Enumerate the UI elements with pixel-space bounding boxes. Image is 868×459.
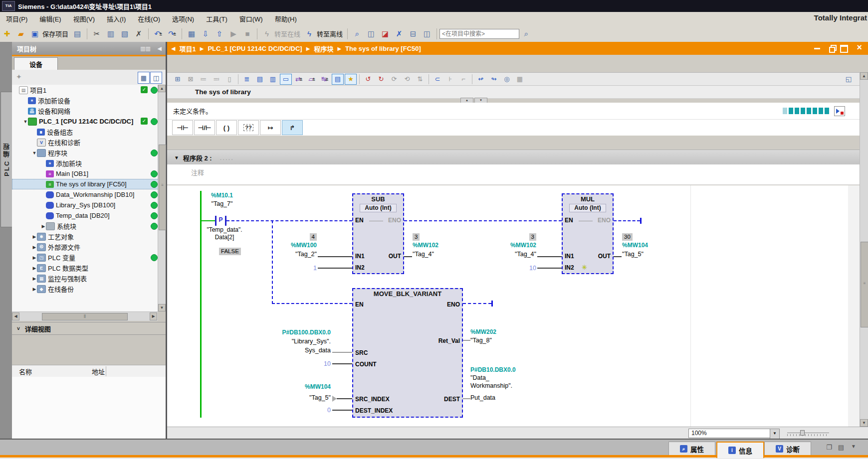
- window-layout-icon[interactable]: ▤: [838, 444, 844, 451]
- tree-item-main-ob1[interactable]: ≡ Main [OB1]: [12, 168, 166, 179]
- tab-info[interactable]: i 信息: [716, 442, 764, 458]
- zoom-dropdown-icon[interactable]: ▼: [770, 429, 780, 439]
- save-project-button[interactable]: 保存项目: [42, 29, 68, 38]
- tab-diagnostics[interactable]: V 诊断: [764, 442, 811, 456]
- menu-project[interactable]: 项目(P): [0, 12, 33, 25]
- undo-icon[interactable]: ↶±: [152, 28, 165, 40]
- sub-out-operand[interactable]: 3 %MW102 "Tag_4": [413, 232, 477, 259]
- menu-online[interactable]: 在线(O): [132, 12, 166, 25]
- tree-item-system-blocks[interactable]: ▶ 系统块: [12, 221, 166, 231]
- insert-no-contact-button[interactable]: ⊣⊢: [172, 120, 193, 135]
- move-dest-tag[interactable]: Put_data: [470, 394, 540, 402]
- compare-icon[interactable]: ⇅: [414, 74, 426, 85]
- download-to-device-icon[interactable]: ⇩: [199, 28, 212, 40]
- network-comment-dots[interactable]: .....: [220, 154, 234, 161]
- tree-item-plc-data-types[interactable]: ▶E PLC 数据类型: [12, 263, 166, 273]
- restore-icon[interactable]: [829, 45, 835, 51]
- open-project-icon[interactable]: ▰: [14, 28, 27, 40]
- expander-icon[interactable]: ▶: [41, 224, 46, 229]
- network-comment-row[interactable]: 注释: [167, 164, 868, 185]
- tree-item-project[interactable]: ▤ 项目1 ✓: [12, 85, 166, 95]
- absolute-operands-icon[interactable]: ⇄±: [293, 74, 305, 85]
- menu-view[interactable]: 视图(V): [67, 12, 101, 25]
- float-window-icon[interactable]: ❐: [826, 444, 832, 451]
- tab-devices[interactable]: 设备: [14, 57, 58, 70]
- print-icon[interactable]: ▤: [71, 28, 84, 40]
- contact-tag[interactable]: "Tag_7": [202, 200, 242, 208]
- scroll-right-icon[interactable]: ▶: [150, 312, 157, 320]
- close-icon[interactable]: ×: [857, 42, 862, 53]
- save-project-icon[interactable]: ▣: [28, 28, 41, 40]
- operand-info-icon[interactable]: ▱±: [306, 74, 318, 85]
- expander-icon[interactable]: ▶: [32, 255, 37, 260]
- expand-networks-icon[interactable]: ▤: [254, 74, 266, 85]
- collapse-panel-icon[interactable]: ◀: [158, 45, 162, 52]
- sub-block-mode[interactable]: Auto (Int): [360, 204, 397, 212]
- expander-icon[interactable]: ▶: [32, 245, 37, 250]
- tree-item-external-sources[interactable]: ▶⧀ 外部源文件: [12, 242, 166, 252]
- tree-horizontal-scrollbar[interactable]: ◀ ⦀ ▶: [12, 311, 158, 321]
- redo-icon[interactable]: ↷±: [166, 28, 179, 40]
- insert-empty-box-button[interactable]: ??: [238, 120, 259, 135]
- go-online-icon[interactable]: ϟ: [260, 28, 273, 40]
- mul-block[interactable]: MUL Auto (Int) EN ENO IN1 IN2 ✳ OUT: [562, 193, 614, 274]
- split-editor-horizontal-icon[interactable]: ⊟: [407, 28, 420, 40]
- tree-item-db10[interactable]: Data_Workmanship [DB10]: [12, 189, 166, 200]
- contact-operand[interactable]: "Temp_data".Data[2]: [195, 226, 254, 241]
- new-project-icon[interactable]: ✚: [0, 28, 13, 40]
- toggle-comments-icon[interactable]: ▭: [280, 74, 292, 85]
- move-dest-operand[interactable]: P#DB10.DBX0.0 "Data_ Workmanship".: [470, 366, 550, 390]
- collapse-networks-icon[interactable]: ▥: [267, 74, 279, 85]
- move-ret-val-address[interactable]: %MW202: [470, 328, 540, 336]
- snapshot-icon[interactable]: ▦: [514, 74, 526, 85]
- copy-icon[interactable]: ▥: [104, 28, 117, 40]
- overview-button[interactable]: ◫: [150, 72, 162, 84]
- sub-in2-constant[interactable]: 1: [287, 264, 317, 273]
- paste-icon[interactable]: ▧: [118, 28, 131, 40]
- menu-help[interactable]: 帮助(H): [269, 12, 303, 25]
- consistency-check-icon[interactable]: ⟲: [401, 74, 413, 85]
- next-error-icon[interactable]: ↻: [375, 74, 387, 85]
- scroll-down-icon[interactable]: ▼: [860, 419, 868, 427]
- zoom-slider-thumb[interactable]: [800, 430, 805, 436]
- tree-vertical-scrollbar[interactable]: ▲ ≡ ▼: [158, 85, 166, 311]
- maximize-icon[interactable]: [840, 45, 848, 53]
- close-branch-button[interactable]: ↱: [282, 120, 303, 135]
- tree-item-online-diagnostics[interactable]: V 在线和诊断: [12, 137, 166, 148]
- tree-item-plc1[interactable]: ▼ PLC_1 [CPU 1214C DC/DC/DC] ✓: [12, 116, 166, 127]
- scroll-up-icon[interactable]: ▲: [860, 72, 868, 80]
- scroll-up-icon[interactable]: ▲: [158, 85, 166, 92]
- move-dest-index-constant[interactable]: 0: [287, 406, 331, 415]
- breadcrumb-item-blocks[interactable]: 程序块: [314, 44, 333, 53]
- previous-error-icon[interactable]: ↺: [362, 74, 374, 85]
- maximize-editor-icon[interactable]: ◱: [843, 74, 855, 85]
- monitoring-toggle-icon[interactable]: ◎: [501, 74, 513, 85]
- editor-vertical-scrollbar[interactable]: ▲ ≡ ▼: [860, 72, 868, 427]
- collapse-inspector-icon[interactable]: ▼: [851, 444, 856, 449]
- scrollbar-thumb[interactable]: ≡: [861, 242, 868, 327]
- panel-options-icon[interactable]: ▥▥: [140, 45, 151, 52]
- breadcrumb-back-icon[interactable]: ◀: [171, 45, 175, 52]
- menu-options[interactable]: 选项(N): [166, 12, 200, 25]
- move-count-constant[interactable]: 10: [287, 360, 331, 368]
- insert-nc-contact-button[interactable]: ⊣/⊢: [194, 120, 215, 135]
- favorites-toggle-icon[interactable]: ★: [345, 74, 357, 85]
- tree-item-db20[interactable]: Temp_data [DB20]: [12, 210, 166, 221]
- trace-icon[interactable]: [834, 106, 845, 116]
- tab-plc-programming[interactable]: PLC 编程: [0, 92, 12, 227]
- insert-comment-icon[interactable]: ⊂: [432, 74, 443, 85]
- menu-insert[interactable]: 插入(I): [101, 12, 132, 25]
- menu-edit[interactable]: 编辑(E): [33, 12, 67, 25]
- move-src-index-tag[interactable]: "Tag_5": [257, 394, 331, 402]
- stop-cpu-icon[interactable]: ■: [241, 28, 254, 40]
- minimize-icon[interactable]: [814, 48, 820, 49]
- expander-icon[interactable]: ▼: [32, 151, 37, 155]
- expander-icon[interactable]: ▶: [32, 287, 37, 292]
- menu-window[interactable]: 窗口(W): [233, 12, 269, 25]
- expander-icon[interactable]: ▶: [32, 266, 37, 271]
- tree-item-add-device[interactable]: ✶ 添加新设备: [12, 95, 166, 106]
- zoom-slider[interactable]: [787, 430, 829, 436]
- tree-item-fc50[interactable]: ≡ The sys of library [FC50]: [12, 179, 166, 189]
- go-to-previous-icon[interactable]: ↫: [475, 74, 487, 85]
- symbol-info-icon[interactable]: ↹±: [319, 74, 331, 85]
